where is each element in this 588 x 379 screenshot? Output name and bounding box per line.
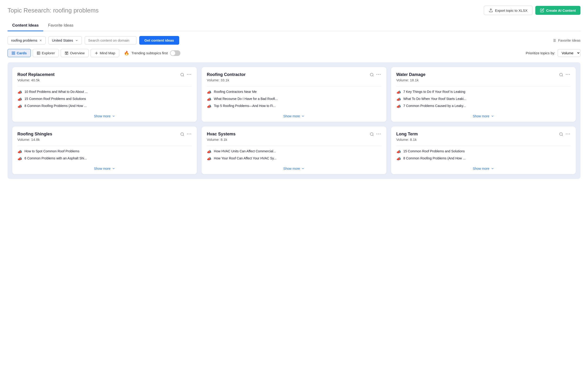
show-more-button[interactable]: Show more — [207, 111, 381, 118]
more-icon[interactable]: ··· — [376, 72, 381, 77]
card-article: 📣 8 Common Roofing Problems (And How ... — [396, 156, 571, 161]
tab-favorite-ideas[interactable]: Favorite Ideas — [43, 21, 78, 31]
svg-point-25 — [370, 73, 373, 76]
card-article: 📣 How to Spot Common Roof Problems — [17, 149, 192, 154]
search-icon[interactable] — [559, 132, 563, 136]
card-header: Roofing Contractor ··· — [207, 72, 381, 77]
card-volume: Volume: 14.8k — [17, 138, 192, 142]
domain-search-input[interactable] — [85, 36, 136, 45]
card-article: 📣 7 Common Problems Caused by a Leaky... — [396, 104, 571, 109]
card-article: 📣 What To Do When Your Roof Starts Leaki… — [396, 97, 571, 102]
keyword-filter-chip[interactable]: roofing problems ✕ — [8, 36, 46, 45]
article-title[interactable]: How to Spot Common Roof Problems — [24, 149, 79, 153]
show-more-button[interactable]: Show more — [17, 111, 192, 118]
megaphone-icon: 📣 — [17, 104, 22, 109]
article-title[interactable]: Roofing Contractors Near Me — [214, 90, 257, 94]
cards-icon — [12, 51, 15, 55]
article-title[interactable]: What To Do When Your Roof Starts Leaki..… — [403, 97, 466, 101]
search-icon[interactable] — [180, 132, 184, 136]
card-article: 📣 How Your Roof Can Affect Your HVAC Sy.… — [207, 156, 381, 161]
trending-toggle[interactable] — [170, 50, 180, 56]
overview-icon — [65, 51, 68, 55]
card-header: Water Damage ··· — [396, 72, 571, 77]
card-header: Long Term ··· — [396, 132, 571, 137]
tab-content-ideas[interactable]: Content Ideas — [8, 21, 43, 31]
more-icon[interactable]: ··· — [376, 132, 381, 137]
view-overview-button[interactable]: Overview — [61, 49, 89, 57]
card-actions: ··· — [180, 72, 192, 77]
article-title[interactable]: 8 Common Roofing Problems (And How ... — [24, 104, 87, 108]
megaphone-icon: 📣 — [17, 90, 22, 95]
view-mindmap-button[interactable]: Mind Map — [91, 49, 119, 57]
create-ai-button[interactable]: Create AI Content — [535, 6, 580, 15]
svg-rect-7 — [12, 52, 13, 53]
view-row: Cards Explorer Overview Mind Map 🔥 Trend… — [8, 49, 580, 57]
card-divider — [17, 86, 192, 87]
keyword-filter-close[interactable]: ✕ — [39, 39, 42, 42]
chevron-down-icon — [301, 114, 305, 118]
search-icon[interactable] — [370, 132, 374, 136]
article-title[interactable]: 15 Common Roof Problems and Solutions — [24, 97, 86, 101]
article-title[interactable]: How Your Roof Can Affect Your HVAC Sy... — [214, 156, 276, 160]
card-title: Long Term — [396, 132, 418, 137]
svg-point-23 — [181, 73, 184, 76]
country-filter-select[interactable]: United States — [48, 36, 82, 45]
more-icon[interactable]: ··· — [187, 72, 192, 77]
search-icon[interactable] — [559, 73, 563, 77]
page-title: Topic Research: roofing problems — [8, 7, 98, 14]
show-more-button[interactable]: Show more — [207, 163, 381, 171]
card-title: Roof Replacement — [17, 72, 55, 77]
search-icon[interactable] — [180, 73, 184, 77]
svg-rect-10 — [14, 53, 15, 55]
svg-rect-8 — [14, 52, 15, 53]
card-article: 📣 15 Common Roof Problems and Solutions — [17, 97, 192, 102]
chevron-down-icon — [301, 167, 305, 170]
svg-line-24 — [183, 76, 184, 76]
more-icon[interactable]: ··· — [566, 72, 571, 77]
megaphone-icon: 📣 — [207, 97, 211, 102]
upload-icon — [489, 8, 493, 13]
prioritize-section: Prioritize topics by: Volume — [526, 49, 580, 57]
topic-card: Roof Replacement ··· Volume: 40.5k 📣 10 … — [12, 67, 197, 122]
keyword-filter-value: roofing problems — [11, 38, 37, 42]
trending-fire-icon: 🔥 — [124, 50, 129, 56]
prioritize-select[interactable]: Volume — [558, 49, 580, 57]
megaphone-icon: 📣 — [17, 150, 22, 154]
article-title[interactable]: How HVAC Units Can Affect Commercial... — [214, 149, 276, 153]
article-title[interactable]: 6 Common Problems with an Asphalt Shi... — [24, 156, 87, 160]
export-button[interactable]: Export topic to XLSX — [484, 6, 532, 15]
chevron-down-icon — [112, 114, 115, 118]
article-title[interactable]: 10 Roof Problems and What to Do About ..… — [24, 90, 87, 94]
show-more-button[interactable]: Show more — [396, 163, 571, 171]
more-icon[interactable]: ··· — [187, 132, 192, 137]
view-cards-button[interactable]: Cards — [8, 49, 31, 57]
card-divider — [207, 86, 381, 87]
topic-card: Roofing Contractor ··· Volume: 33.1k 📣 R… — [202, 67, 386, 122]
svg-rect-9 — [12, 53, 13, 55]
article-title[interactable]: 7 Key Things to Do If Your Roof Is Leaki… — [403, 90, 465, 94]
edit-icon — [540, 8, 544, 13]
svg-rect-16 — [65, 53, 66, 54]
cards-grid: Roof Replacement ··· Volume: 40.5k 📣 10 … — [8, 62, 580, 179]
search-icon[interactable] — [370, 73, 374, 77]
trending-label: Trending subtopics first — [131, 51, 168, 55]
article-title[interactable]: 15 Common Roof Problems and Solutions — [403, 149, 465, 153]
show-more-button[interactable]: Show more — [17, 163, 192, 171]
article-title[interactable]: 7 Common Problems Caused by a Leaky... — [403, 104, 466, 108]
show-more-button[interactable]: Show more — [396, 111, 571, 118]
megaphone-icon: 📣 — [396, 150, 401, 154]
article-title[interactable]: What Recourse Do I Have for a Bad Roofi.… — [214, 97, 278, 101]
view-explorer-button[interactable]: Explorer — [33, 49, 59, 57]
page-title-keyword: roofing problems — [53, 7, 99, 14]
card-divider — [17, 146, 192, 146]
card-header: Roof Replacement ··· — [17, 72, 192, 77]
card-article: 📣 What Recourse Do I Have for a Bad Roof… — [207, 97, 381, 102]
more-icon[interactable]: ··· — [566, 132, 571, 137]
favorite-ideas-link[interactable]: Favorite Ideas — [552, 38, 580, 43]
get-content-ideas-button[interactable]: Get content ideas — [139, 36, 179, 45]
tabs-row: Content Ideas Favorite Ideas — [8, 21, 580, 31]
article-title[interactable]: 8 Common Roofing Problems (And How ... — [403, 156, 466, 160]
article-title[interactable]: Top 5 Roofing Problems—And How to Fi... — [214, 104, 276, 108]
megaphone-icon: 📣 — [207, 104, 211, 109]
card-actions: ··· — [370, 132, 381, 137]
